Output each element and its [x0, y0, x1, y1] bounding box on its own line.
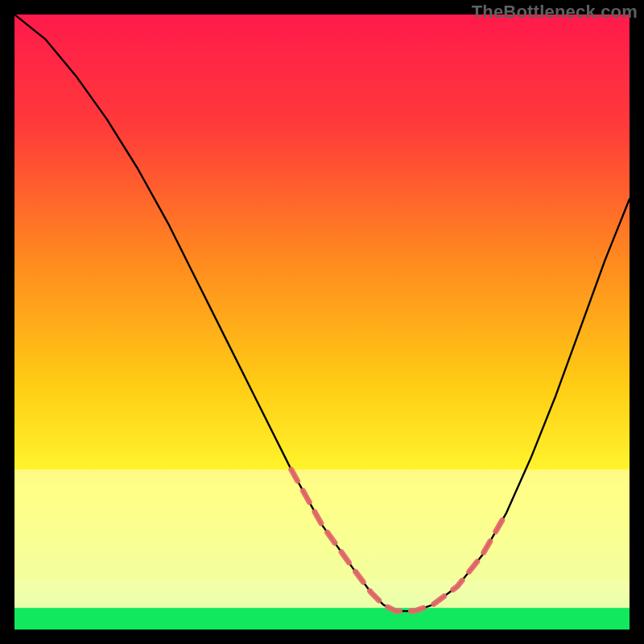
green-band: [14, 608, 630, 630]
bottleneck-chart: [14, 14, 630, 630]
chart-frame: [14, 14, 630, 630]
bright-band: [14, 580, 630, 608]
